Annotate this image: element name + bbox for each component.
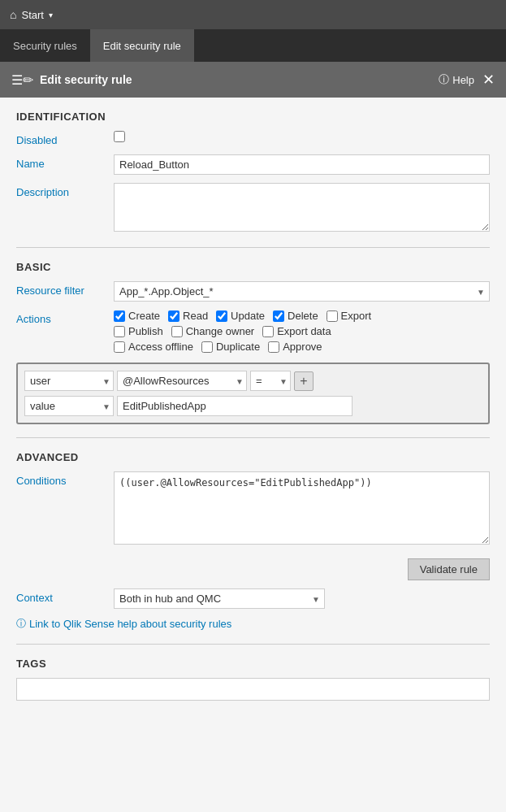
tags-input[interactable] (16, 678, 490, 701)
description-row: Description (16, 183, 490, 234)
filter-row2-value-input[interactable] (117, 396, 352, 416)
resource-filter-input[interactable] (114, 281, 490, 302)
section-divider-2 (16, 437, 490, 438)
filter-row-1: user resource ▼ @AllowResources @Role @G… (24, 371, 482, 391)
filter-col1-wrap: user resource ▼ (24, 371, 114, 391)
home-icon: ⌂ (10, 8, 16, 21)
help-link-label: Link to Qlik Sense help about security r… (29, 618, 231, 630)
top-bar: ⌂ Start ▾ (0, 0, 506, 29)
name-input-wrap (114, 154, 490, 175)
breadcrumb-edit-security-rule[interactable]: Edit security rule (90, 29, 194, 62)
conditions-label: Conditions (16, 471, 114, 487)
action-export-data[interactable]: Export data (262, 325, 331, 337)
action-read-checkbox[interactable] (168, 310, 179, 322)
description-textarea[interactable] (114, 183, 490, 232)
filter-box: user resource ▼ @AllowResources @Role @G… (16, 363, 490, 424)
filter-col3-wrap: = != like ▼ (250, 371, 291, 391)
conditions-row: Conditions ((user.@AllowResources="EditP… (16, 471, 490, 547)
conditions-textarea[interactable]: ((user.@AllowResources="EditPublishedApp… (114, 471, 490, 545)
filter-row-2: value resource ▼ (24, 396, 482, 416)
context-select-wrap: Both in hub and QMC Hub only QMC only ▼ (114, 588, 490, 609)
advanced-section-title: ADVANCED (16, 451, 490, 463)
action-approve-checkbox[interactable] (268, 341, 279, 353)
action-publish[interactable]: Publish (114, 325, 163, 337)
section-divider-3 (16, 644, 490, 645)
breadcrumb-security-rules[interactable]: Security rules (0, 29, 90, 62)
action-create[interactable]: Create (114, 310, 160, 322)
description-label: Description (16, 183, 114, 198)
name-row: Name (16, 154, 490, 175)
page-title: Edit security rule (40, 73, 132, 86)
validate-row: Validate rule (16, 555, 490, 580)
add-filter-button[interactable]: + (294, 371, 314, 391)
action-duplicate[interactable]: Duplicate (201, 341, 260, 353)
disabled-label: Disabled (16, 131, 114, 146)
action-export[interactable]: Export (327, 310, 372, 322)
tags-input-wrap (16, 678, 490, 701)
page-header-right: ⓘ Help ✕ (439, 71, 495, 89)
action-publish-checkbox[interactable] (114, 326, 125, 337)
name-input[interactable] (114, 154, 490, 175)
help-circle-icon: ⓘ (439, 72, 449, 87)
help-button[interactable]: ⓘ Help (439, 72, 474, 87)
action-update[interactable]: Update (216, 310, 265, 322)
action-duplicate-checkbox[interactable] (201, 341, 213, 353)
breadcrumb-bar: Security rules Edit security rule (0, 29, 506, 62)
help-link-icon: ⓘ (16, 617, 26, 631)
resource-filter-row: Resource filter ▼ (16, 281, 490, 302)
tags-section-title: TAGS (16, 658, 490, 670)
home-label: Start (21, 9, 43, 21)
disabled-checkbox[interactable] (114, 131, 125, 142)
actions-wrap-row3: Access offline Duplicate Approve (114, 341, 490, 354)
close-button[interactable]: ✕ (482, 71, 495, 89)
description-textarea-wrap (114, 183, 490, 234)
action-delete[interactable]: Delete (273, 310, 318, 322)
filter-col1-select[interactable]: user resource (24, 371, 114, 391)
context-select[interactable]: Both in hub and QMC Hub only QMC only (114, 588, 325, 609)
resource-filter-dropdown[interactable]: ▼ (114, 281, 490, 302)
action-access-offline[interactable]: Access offline (114, 341, 193, 353)
page-header: ☰✏ Edit security rule ⓘ Help ✕ (0, 62, 506, 98)
identification-section-title: IDENTIFICATION (16, 111, 490, 123)
action-change-owner-checkbox[interactable] (171, 326, 183, 337)
action-approve[interactable]: Approve (268, 341, 322, 353)
filter-row2-col1-wrap: value resource ▼ (24, 396, 114, 416)
action-update-checkbox[interactable] (216, 310, 227, 322)
home-nav[interactable]: ⌂ Start ▾ (10, 8, 53, 21)
edit-icon: ☰✏ (11, 72, 33, 88)
resource-filter-select-wrap: ▼ (114, 281, 490, 302)
context-label: Context (16, 588, 114, 604)
filter-col2-wrap: @AllowResources @Role @Group ▼ (117, 371, 247, 391)
validate-button[interactable]: Validate rule (408, 558, 490, 580)
help-label: Help (452, 74, 474, 86)
main-content: IDENTIFICATION Disabled Name Description… (0, 98, 506, 812)
help-link-row[interactable]: ⓘ Link to Qlik Sense help about security… (16, 617, 490, 631)
filter-col3-select[interactable]: = != like (250, 371, 291, 391)
section-divider-1 (16, 247, 490, 248)
actions-wrap-row2: Publish Change owner Export data (114, 325, 490, 339)
actions-label: Actions (16, 310, 114, 325)
action-read[interactable]: Read (168, 310, 208, 322)
action-access-offline-checkbox[interactable] (114, 341, 125, 353)
action-export-checkbox[interactable] (327, 310, 338, 322)
name-label: Name (16, 154, 114, 170)
home-dropdown-icon: ▾ (49, 11, 53, 20)
action-delete-checkbox[interactable] (273, 310, 284, 322)
actions-row: Actions Create Read Update Delete Export (16, 310, 490, 354)
actions-wrap: Create Read Update Delete Export (114, 310, 490, 323)
disabled-row: Disabled (16, 131, 490, 146)
conditions-wrap: ((user.@AllowResources="EditPublishedApp… (114, 471, 490, 547)
basic-section-title: BASIC (16, 261, 490, 273)
action-change-owner[interactable]: Change owner (171, 325, 255, 337)
action-create-checkbox[interactable] (114, 310, 125, 322)
actions-checkboxes: Create Read Update Delete Export Publish (114, 310, 490, 354)
action-export-data-checkbox[interactable] (262, 326, 274, 337)
filter-col2-select[interactable]: @AllowResources @Role @Group (117, 371, 247, 391)
context-dropdown[interactable]: Both in hub and QMC Hub only QMC only ▼ (114, 588, 325, 609)
page-header-left: ☰✏ Edit security rule (11, 72, 132, 88)
filter-row2-col1-select[interactable]: value resource (24, 396, 114, 416)
context-row: Context Both in hub and QMC Hub only QMC… (16, 588, 490, 609)
resource-filter-label: Resource filter (16, 281, 114, 297)
disabled-checkbox-wrap (114, 131, 490, 145)
